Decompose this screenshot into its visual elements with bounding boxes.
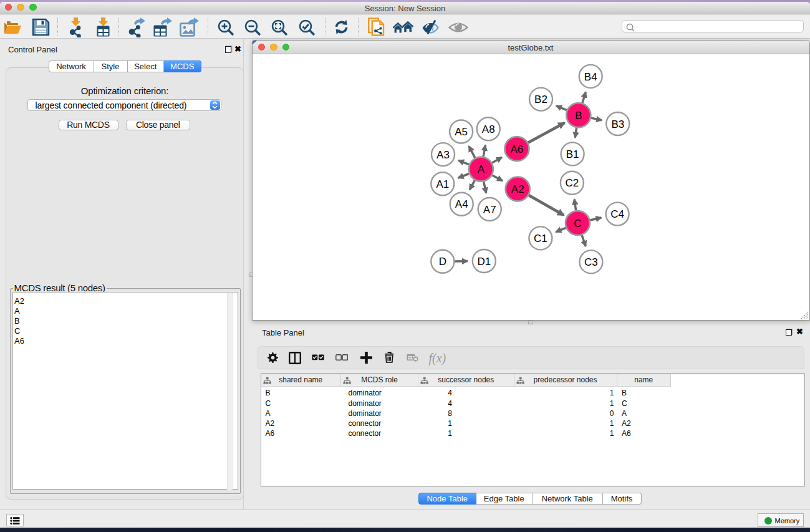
svg-text:B: B	[575, 110, 582, 122]
svg-text:C1: C1	[534, 233, 547, 244]
svg-text:B2: B2	[534, 94, 547, 105]
svg-text:A3: A3	[436, 149, 450, 161]
svg-text:B1: B1	[566, 148, 579, 160]
svg-text:A5: A5	[455, 126, 468, 138]
svg-text:A2: A2	[511, 183, 524, 195]
svg-text:A7: A7	[483, 204, 496, 216]
svg-text:A6: A6	[511, 143, 524, 155]
svg-text:C: C	[574, 218, 581, 230]
svg-text:D: D	[439, 256, 446, 268]
svg-text:C3: C3	[584, 256, 598, 268]
svg-text:C2: C2	[566, 177, 579, 189]
svg-text:A8: A8	[482, 123, 495, 135]
svg-text:A1: A1	[436, 178, 449, 190]
svg-text:B4: B4	[584, 71, 597, 83]
svg-text:B3: B3	[611, 118, 624, 130]
svg-text:A4: A4	[455, 198, 468, 210]
svg-text:D1: D1	[477, 256, 491, 268]
svg-text:C4: C4	[610, 208, 624, 220]
svg-text:A: A	[478, 163, 485, 175]
